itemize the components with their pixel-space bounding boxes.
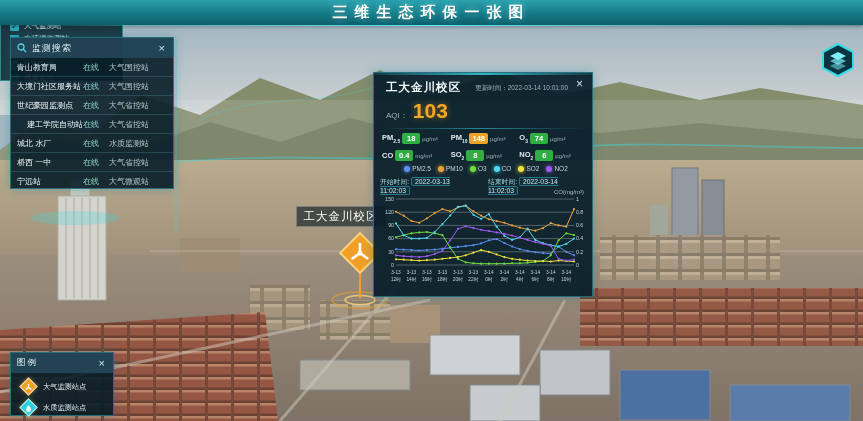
map-legend-item: 大气监测站点 [20,379,113,394]
popup-close-icon[interactable]: × [574,78,585,90]
pollutant-name: PM10 [451,133,468,144]
pollutant-cell: O374µg/m³ [519,133,588,144]
legend-chip-label: SO2 [526,165,539,172]
station-row-st: 在线 [83,119,109,130]
pollutant-name: CO [382,151,393,160]
svg-text:0时: 0时 [485,277,493,282]
station-row[interactable]: 世纪豪园监测点在线大气省控站 [11,96,173,115]
page-title: 三维生态环保一张图 [333,3,531,22]
popup-update-time: 更新时间：2022-03-14 10:01:00 [475,84,568,93]
map-legend-title: 图例 [17,357,38,369]
pollutant-unit: µg/m³ [486,153,501,159]
chart-legend: PM2.5PM10O3COSO2NO2 [384,165,588,172]
popup-station-title: 工大金川校区 [386,80,461,95]
aqi-row: AQI： 103 [386,99,448,123]
station-row-nm: 世纪豪园监测点 [17,100,83,111]
pollutant-cell: PM2.518µg/m³ [382,133,451,144]
legend-chip-label: NO2 [554,165,567,172]
svg-text:3-14: 3-14 [546,270,556,275]
svg-text:1: 1 [576,196,579,202]
station-row-nm: 桥西 一中 [17,157,83,168]
pollutant-value-badge: 8 [466,150,484,161]
pollutant-value-badge: 18 [402,133,420,144]
station-row[interactable]: 青山教育局在线大气国控站 [11,58,173,77]
svg-text:16时: 16时 [422,277,432,282]
search-panel-close-icon[interactable]: × [157,43,167,54]
station-row-tp: 大气省控站 [109,119,167,130]
station-row-st: 在线 [83,176,109,187]
svg-text:2时: 2时 [501,277,509,282]
search-panel-header: 监测搜索 × [11,38,173,58]
legend-chip-PM2.5[interactable]: PM2.5 [404,165,431,172]
pollutant-value-badge: 6 [535,150,553,161]
svg-text:6时: 6时 [532,277,540,282]
station-row-st: 在线 [83,62,109,73]
svg-text:3-13: 3-13 [391,270,401,275]
legend-chip-O3[interactable]: O3 [470,165,487,172]
legend-chip-CO[interactable]: CO [494,165,512,172]
pollutant-cell: CO0.4mg/m³ [382,150,451,161]
svg-text:22时: 22时 [468,277,478,282]
pollutant-cell: SO28µg/m³ [451,150,520,161]
svg-text:8时: 8时 [547,277,555,282]
svg-text:3-14: 3-14 [484,270,494,275]
station-row-nm: 城北 水厂 [17,138,83,149]
legend-chip-label: CO [502,165,512,172]
svg-text:30: 30 [388,249,394,255]
pollutant-unit: mg/m³ [415,153,432,159]
legend-chip-NO2[interactable]: NO2 [546,165,567,172]
station-row[interactable]: 建工学院自动站在线大气省控站 [11,115,173,134]
end-time-label: 结束时间: [488,178,517,185]
svg-text:150: 150 [385,196,394,202]
search-icon [17,43,27,53]
start-time-group: 开始时间: 2022-03-13 11:02:03 [380,177,478,194]
svg-text:0: 0 [391,262,394,268]
station-row[interactable]: 桥西 一中在线大气省控站 [11,153,173,172]
map-legend-items: 大气监测站点水质监测站点 [11,379,113,415]
update-time-label: 更新时间： [475,84,508,91]
svg-text:12时: 12时 [391,277,401,282]
water-station-icon [19,398,37,416]
svg-text:3-13: 3-13 [453,270,463,275]
pollutant-grid: PM2.518µg/m³PM10148µg/m³O374µg/m³CO0.4mg… [382,133,588,161]
air-station-icon [19,377,37,395]
pollutant-unit: µg/m³ [550,136,565,142]
station-row[interactable]: 宁远站在线大气微观站 [11,172,173,191]
map-legend-item-label: 水质监测站点 [43,403,86,413]
svg-text:3-14: 3-14 [561,270,571,275]
pollutant-cell: PM10148µg/m³ [451,133,520,144]
station-row[interactable]: 大境门社区服务站在线大气国控站 [11,77,173,96]
legend-chip-PM10[interactable]: PM10 [438,165,463,172]
pollutant-trend-chart: 030609012015000.20.40.60.813-1312时3-1314… [378,193,588,297]
station-row[interactable]: 城北 水厂在线水质监测站 [11,134,173,153]
svg-text:14时: 14时 [406,277,416,282]
svg-text:90: 90 [388,222,394,228]
station-row-tp: 水质监测站 [109,138,167,149]
svg-text:3-13: 3-13 [422,270,432,275]
pollutant-unit: µg/m³ [422,136,437,142]
station-row-tp: 大气微观站 [109,176,167,187]
svg-text:0: 0 [576,262,579,268]
svg-text:18时: 18时 [437,277,447,282]
layers-hexagon-icon[interactable] [820,42,856,78]
pollutant-unit: µg/m³ [555,153,570,159]
map-legend-close-icon[interactable]: × [97,358,107,369]
legend-chip-label: PM10 [446,165,463,172]
legend-chip-label: O3 [478,165,487,172]
pollutant-cell: NO26µg/m³ [519,150,588,161]
update-time-value: 2022-03-14 10:01:00 [508,84,568,91]
legend-dot-icon [518,166,524,172]
svg-text:120: 120 [385,209,394,215]
map-legend-panel: 图例 × 大气监测站点水质监测站点 [10,352,114,416]
legend-chip-SO2[interactable]: SO2 [518,165,539,172]
pollutant-value-badge: 148 [469,133,488,144]
pollutant-unit: µg/m³ [490,136,505,142]
legend-dot-icon [404,166,410,172]
search-results: 青山教育局在线大气国控站大境门社区服务站在线大气国控站世纪豪园监测点在线大气省控… [11,58,173,191]
station-row-nm: 大境门社区服务站 [17,81,83,92]
svg-text:3-13: 3-13 [438,270,448,275]
title-bar: 三维生态环保一张图 [0,0,863,25]
app-window: 三维生态环保一张图 工大金川校区 监测搜索 × 青山 [0,0,863,421]
svg-text:0.4: 0.4 [576,235,583,241]
station-detail-popup: 工大金川校区 更新时间：2022-03-14 10:01:00 × AQI： 1… [373,72,593,297]
